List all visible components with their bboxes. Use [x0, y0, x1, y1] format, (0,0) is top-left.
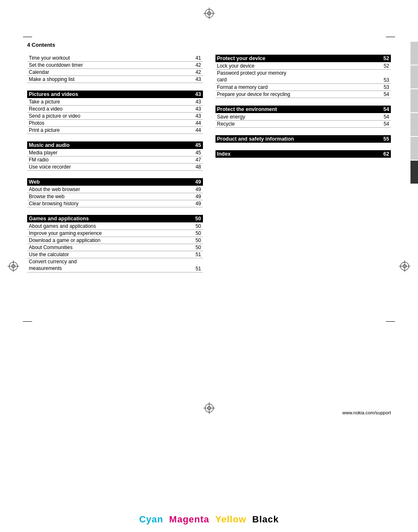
toc-section-header: Pictures and videos 43	[27, 91, 203, 98]
reg-mark-top	[203, 8, 215, 19]
side-tab-1	[410, 42, 418, 65]
side-tab-3	[410, 89, 418, 112]
table-row: Take a picture 43	[27, 98, 203, 106]
section-pictures: Pictures and videos 43 Take a picture 43…	[27, 91, 203, 134]
cmyk-black: Black	[252, 514, 279, 525]
table-row: Photos 44	[27, 120, 203, 127]
table-row: About Communities 50	[27, 244, 203, 251]
table-row: FM radio 47	[27, 156, 203, 164]
section-protect-environment: Protect the environment 54 Save energy 5…	[215, 106, 391, 128]
side-tabs	[410, 42, 418, 184]
section-product-safety: Product and safety information 55	[215, 135, 391, 143]
section-games: Games and applications 50 About games an…	[27, 215, 203, 272]
side-tab-5	[410, 137, 418, 160]
table-row: Lock your device 52	[215, 63, 391, 70]
section-index: Index 62	[215, 150, 391, 158]
toc-section-header: Index 62	[215, 150, 391, 158]
page: 4 Contents Time your workout 41 Set the …	[0, 0, 418, 532]
table-row: About games and applications 50	[27, 223, 203, 230]
table-row: Calendar 42	[27, 69, 203, 76]
cmyk-magenta: Magenta	[169, 514, 209, 525]
page-header: 4 Contents	[27, 42, 391, 50]
table-row: Password protect your memorycard 53	[215, 70, 391, 84]
side-tab-2	[410, 66, 418, 88]
table-row: Recycle 54	[215, 121, 391, 128]
table-row: Improve your gaming experience 50	[27, 230, 203, 237]
toc-section-header: Games and applications 50	[27, 215, 203, 222]
toc-section-header: Product and safety information 55	[215, 135, 391, 143]
side-tab-4	[410, 113, 418, 136]
table-row: About the web browser 49	[27, 186, 203, 193]
toc-columns: Time your workout 41 Set the countdown t…	[27, 55, 391, 277]
table-row: Use the calculator 51	[27, 251, 203, 258]
table-row: Prepare your device for recycling 54	[215, 91, 391, 98]
toc-section-header: Protect your device 52	[215, 55, 391, 62]
toc-section-header: Protect the environment 54	[215, 106, 391, 113]
right-column: Protect your device 52 Lock your device …	[215, 55, 391, 277]
section-web: Web 49 About the web browser 49 Browse t…	[27, 178, 203, 207]
table-row: Set the countdown timer 42	[27, 62, 203, 69]
section-workout: Time your workout 41 Set the countdown t…	[27, 55, 203, 83]
table-row: Convert currency andmeasurements 51	[27, 258, 203, 272]
table-row: Download a game or application 50	[27, 237, 203, 244]
table-row: Send a picture or video 43	[27, 113, 203, 120]
table-row: Clear browsing history 49	[27, 200, 203, 207]
table-row: Browse the web 49	[27, 193, 203, 200]
table-row: Time your workout 41	[27, 55, 203, 62]
section-music: Music and audio 45 Media player 45 FM ra…	[27, 141, 203, 171]
toc-section-header: Music and audio 45	[27, 141, 203, 149]
page-content: 4 Contents Time your workout 41 Set the …	[27, 42, 391, 407]
reg-mark-bottom	[203, 402, 215, 415]
left-column: Time your workout 41 Set the countdown t…	[27, 55, 203, 277]
table-row: Print a picture 44	[27, 127, 203, 134]
table-row: Save energy 54	[215, 113, 391, 121]
corner-mark-tr	[386, 37, 395, 37]
footer-url: www.nokia.com/support	[342, 410, 391, 415]
cmyk-yellow: Yellow	[215, 514, 246, 525]
cmyk-cyan: Cyan	[139, 514, 163, 525]
reg-mark-left	[8, 260, 19, 272]
toc-section-header: Web 49	[27, 178, 203, 186]
table-row: Make a shopping list 43	[27, 76, 203, 83]
table-row: Media player 45	[27, 149, 203, 156]
reg-mark-right	[399, 260, 410, 272]
cmyk-bar: Cyan Magenta Yellow Black	[0, 507, 418, 532]
section-protect-device: Protect your device 52 Lock your device …	[215, 55, 391, 98]
table-row: Use voice recorder 48	[27, 164, 203, 171]
table-row: Format a memory card 53	[215, 84, 391, 91]
corner-mark-tl	[23, 37, 32, 37]
table-row: Record a video 43	[27, 106, 203, 113]
side-tab-6	[410, 161, 418, 184]
